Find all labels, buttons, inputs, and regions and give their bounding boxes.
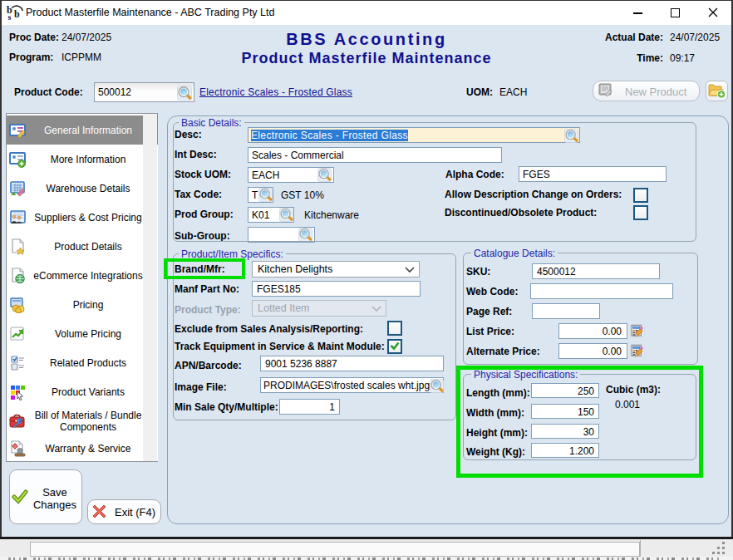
svg-text:s: s bbox=[8, 12, 12, 22]
svg-text:b: b bbox=[14, 8, 20, 20]
